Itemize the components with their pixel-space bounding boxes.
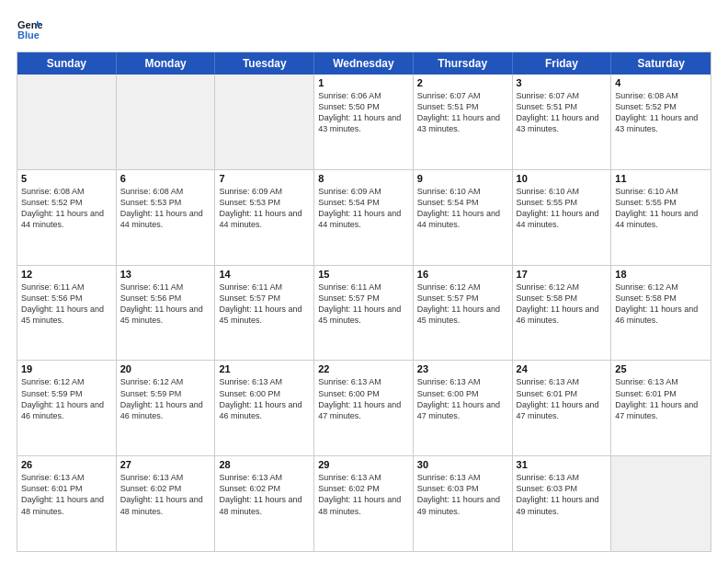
calendar-row: 1Sunrise: 6:06 AM Sunset: 5:50 PM Daylig… — [17, 75, 711, 170]
calendar-cell: 7Sunrise: 6:09 AM Sunset: 5:53 PM Daylig… — [215, 170, 314, 265]
day-info: Sunrise: 6:06 AM Sunset: 5:50 PM Dayligh… — [318, 90, 409, 135]
calendar-row: 12Sunrise: 6:11 AM Sunset: 5:56 PM Dayli… — [17, 266, 711, 362]
day-number: 1 — [318, 77, 409, 88]
calendar-row: 26Sunrise: 6:13 AM Sunset: 6:01 PM Dayli… — [17, 456, 711, 551]
calendar-cell: 19Sunrise: 6:12 AM Sunset: 5:59 PM Dayli… — [17, 361, 117, 455]
day-info: Sunrise: 6:08 AM Sunset: 5:53 PM Dayligh… — [120, 186, 211, 231]
day-info: Sunrise: 6:13 AM Sunset: 6:00 PM Dayligh… — [318, 376, 409, 421]
calendar-cell: 21Sunrise: 6:13 AM Sunset: 6:00 PM Dayli… — [215, 361, 314, 455]
day-info: Sunrise: 6:12 AM Sunset: 5:59 PM Dayligh… — [21, 376, 112, 421]
calendar-cell: 8Sunrise: 6:09 AM Sunset: 5:54 PM Daylig… — [314, 170, 414, 265]
calendar-cell — [17, 75, 117, 169]
day-info: Sunrise: 6:12 AM Sunset: 5:57 PM Dayligh… — [417, 282, 508, 327]
day-info: Sunrise: 6:12 AM Sunset: 5:58 PM Dayligh… — [517, 282, 608, 327]
day-number: 28 — [219, 459, 310, 470]
day-info: Sunrise: 6:09 AM Sunset: 5:54 PM Dayligh… — [318, 186, 409, 231]
calendar-cell: 15Sunrise: 6:11 AM Sunset: 5:57 PM Dayli… — [314, 266, 414, 361]
day-number: 9 — [417, 173, 508, 184]
calendar-cell: 3Sunrise: 6:07 AM Sunset: 5:51 PM Daylig… — [513, 75, 612, 169]
calendar-cell: 11Sunrise: 6:10 AM Sunset: 5:55 PM Dayli… — [611, 170, 711, 265]
calendar-cell: 17Sunrise: 6:12 AM Sunset: 5:58 PM Dayli… — [513, 266, 612, 361]
day-info: Sunrise: 6:08 AM Sunset: 5:52 PM Dayligh… — [21, 186, 112, 231]
day-number: 15 — [318, 269, 409, 280]
calendar-cell: 20Sunrise: 6:12 AM Sunset: 5:59 PM Dayli… — [117, 361, 216, 455]
day-info: Sunrise: 6:08 AM Sunset: 5:52 PM Dayligh… — [615, 90, 707, 135]
logo: General Blue — [17, 17, 42, 42]
weekday-header: Monday — [117, 52, 216, 75]
day-info: Sunrise: 6:13 AM Sunset: 6:00 PM Dayligh… — [219, 376, 310, 421]
day-info: Sunrise: 6:07 AM Sunset: 5:51 PM Dayligh… — [517, 90, 608, 135]
calendar-cell: 18Sunrise: 6:12 AM Sunset: 5:58 PM Dayli… — [611, 266, 711, 361]
calendar-body: 1Sunrise: 6:06 AM Sunset: 5:50 PM Daylig… — [17, 75, 711, 551]
day-number: 12 — [21, 269, 112, 280]
day-info: Sunrise: 6:13 AM Sunset: 6:03 PM Dayligh… — [417, 472, 508, 517]
day-info: Sunrise: 6:13 AM Sunset: 6:02 PM Dayligh… — [219, 472, 310, 517]
calendar-cell: 9Sunrise: 6:10 AM Sunset: 5:54 PM Daylig… — [414, 170, 513, 265]
calendar-cell: 27Sunrise: 6:13 AM Sunset: 6:02 PM Dayli… — [117, 456, 216, 551]
calendar-cell: 28Sunrise: 6:13 AM Sunset: 6:02 PM Dayli… — [215, 456, 314, 551]
day-number: 19 — [21, 363, 112, 374]
day-number: 27 — [120, 459, 211, 470]
weekday-header: Wednesday — [314, 52, 414, 75]
day-number: 17 — [517, 269, 608, 280]
day-number: 21 — [219, 363, 310, 374]
page-header: General Blue — [17, 17, 711, 42]
day-number: 7 — [219, 173, 310, 184]
calendar-cell: 4Sunrise: 6:08 AM Sunset: 5:52 PM Daylig… — [611, 75, 711, 169]
day-info: Sunrise: 6:07 AM Sunset: 5:51 PM Dayligh… — [417, 90, 508, 135]
calendar-row: 5Sunrise: 6:08 AM Sunset: 5:52 PM Daylig… — [17, 170, 711, 266]
calendar: SundayMondayTuesdayWednesdayThursdayFrid… — [17, 52, 711, 552]
day-number: 22 — [318, 363, 409, 374]
day-number: 25 — [615, 363, 707, 374]
calendar-cell — [215, 75, 314, 169]
day-info: Sunrise: 6:13 AM Sunset: 6:02 PM Dayligh… — [318, 472, 409, 517]
day-number: 20 — [120, 363, 211, 374]
day-info: Sunrise: 6:11 AM Sunset: 5:56 PM Dayligh… — [21, 282, 112, 327]
day-number: 14 — [219, 269, 310, 280]
day-info: Sunrise: 6:12 AM Sunset: 5:59 PM Dayligh… — [120, 376, 211, 421]
day-info: Sunrise: 6:13 AM Sunset: 6:00 PM Dayligh… — [417, 376, 508, 421]
day-info: Sunrise: 6:12 AM Sunset: 5:58 PM Dayligh… — [615, 282, 707, 327]
calendar-cell: 23Sunrise: 6:13 AM Sunset: 6:00 PM Dayli… — [414, 361, 513, 455]
weekday-header: Saturday — [611, 52, 711, 75]
calendar-header: SundayMondayTuesdayWednesdayThursdayFrid… — [17, 52, 711, 75]
day-number: 8 — [318, 173, 409, 184]
calendar-cell: 16Sunrise: 6:12 AM Sunset: 5:57 PM Dayli… — [414, 266, 513, 361]
day-number: 2 — [417, 77, 508, 88]
day-info: Sunrise: 6:11 AM Sunset: 5:56 PM Dayligh… — [120, 282, 211, 327]
weekday-header: Sunday — [17, 52, 117, 75]
day-number: 30 — [417, 459, 508, 470]
calendar-cell: 30Sunrise: 6:13 AM Sunset: 6:03 PM Dayli… — [414, 456, 513, 551]
calendar-cell: 13Sunrise: 6:11 AM Sunset: 5:56 PM Dayli… — [117, 266, 216, 361]
day-number: 29 — [318, 459, 409, 470]
day-number: 4 — [615, 77, 707, 88]
day-number: 6 — [120, 173, 211, 184]
day-number: 31 — [517, 459, 608, 470]
calendar-cell: 14Sunrise: 6:11 AM Sunset: 5:57 PM Dayli… — [215, 266, 314, 361]
day-number: 3 — [517, 77, 608, 88]
calendar-cell — [611, 456, 711, 551]
calendar-cell: 24Sunrise: 6:13 AM Sunset: 6:01 PM Dayli… — [513, 361, 612, 455]
calendar-cell: 31Sunrise: 6:13 AM Sunset: 6:03 PM Dayli… — [513, 456, 612, 551]
day-info: Sunrise: 6:10 AM Sunset: 5:55 PM Dayligh… — [517, 186, 608, 231]
day-info: Sunrise: 6:13 AM Sunset: 6:01 PM Dayligh… — [21, 472, 112, 517]
day-info: Sunrise: 6:13 AM Sunset: 6:03 PM Dayligh… — [517, 472, 608, 517]
calendar-cell: 25Sunrise: 6:13 AM Sunset: 6:01 PM Dayli… — [611, 361, 711, 455]
calendar-cell: 6Sunrise: 6:08 AM Sunset: 5:53 PM Daylig… — [117, 170, 216, 265]
day-number: 18 — [615, 269, 707, 280]
calendar-row: 19Sunrise: 6:12 AM Sunset: 5:59 PM Dayli… — [17, 361, 711, 456]
svg-text:Blue: Blue — [17, 29, 40, 40]
day-number: 13 — [120, 269, 211, 280]
day-info: Sunrise: 6:13 AM Sunset: 6:01 PM Dayligh… — [615, 376, 707, 421]
day-number: 11 — [615, 173, 707, 184]
weekday-header: Tuesday — [215, 52, 314, 75]
day-number: 10 — [517, 173, 608, 184]
day-info: Sunrise: 6:09 AM Sunset: 5:53 PM Dayligh… — [219, 186, 310, 231]
weekday-header: Friday — [513, 52, 612, 75]
calendar-cell: 29Sunrise: 6:13 AM Sunset: 6:02 PM Dayli… — [314, 456, 414, 551]
calendar-cell: 2Sunrise: 6:07 AM Sunset: 5:51 PM Daylig… — [414, 75, 513, 169]
calendar-cell: 10Sunrise: 6:10 AM Sunset: 5:55 PM Dayli… — [513, 170, 612, 265]
weekday-header: Thursday — [414, 52, 513, 75]
calendar-cell: 1Sunrise: 6:06 AM Sunset: 5:50 PM Daylig… — [314, 75, 414, 169]
logo-icon: General Blue — [17, 17, 42, 42]
